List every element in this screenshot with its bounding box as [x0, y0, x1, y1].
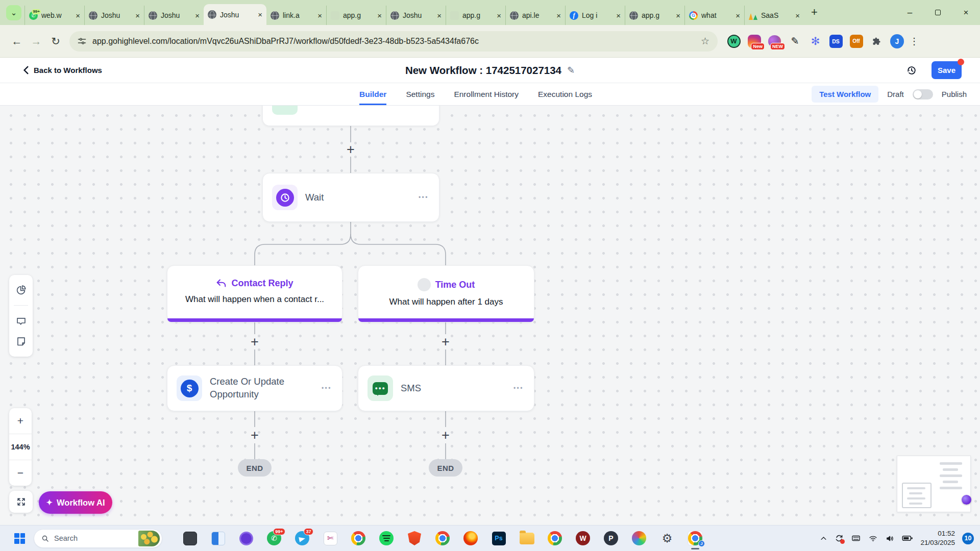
tab-close-icon[interactable]: × — [195, 12, 200, 19]
touch-keyboard-icon[interactable] — [851, 534, 861, 543]
fit-to-screen-button[interactable] — [9, 491, 33, 513]
app-reader-icon[interactable] — [210, 531, 226, 546]
workflow-canvas[interactable]: + + + + + Wait ••• Contact Reply What wi… — [0, 106, 980, 525]
tab-close-icon[interactable]: × — [317, 12, 322, 19]
app-loom-icon[interactable] — [238, 531, 254, 546]
trigger-node-partial[interactable] — [262, 106, 439, 126]
browser-tab[interactable]: Joshu × — [144, 6, 204, 25]
add-step-button[interactable]: + — [347, 143, 355, 157]
app-screenshot-tool-icon[interactable] — [182, 531, 198, 546]
tab-search-button[interactable]: ⌄ — [6, 5, 21, 20]
tab-close-icon[interactable]: × — [676, 12, 680, 19]
app-word-icon[interactable]: W — [575, 531, 591, 546]
browser-tab[interactable]: f Log i × — [565, 6, 625, 25]
notification-count-badge[interactable]: 10 — [962, 533, 974, 544]
extension-ds-icon[interactable]: DS — [829, 34, 843, 48]
sync-status-icon[interactable] — [835, 534, 844, 543]
save-button[interactable]: Save — [932, 61, 962, 79]
browser-tab[interactable]: Joshu × — [386, 6, 446, 25]
window-maximize-button[interactable] — [924, 0, 952, 25]
tab-close-icon[interactable]: × — [795, 12, 800, 19]
add-step-button[interactable]: + — [251, 429, 259, 442]
add-step-button[interactable]: + — [251, 335, 259, 349]
browser-tab[interactable]: api.le × — [505, 6, 565, 25]
edit-title-icon[interactable]: ✎ — [567, 65, 575, 76]
minimap-viewport[interactable] — [902, 483, 932, 508]
browser-tab[interactable]: app.g × — [446, 6, 505, 25]
browser-menu-icon[interactable]: ⋮ — [911, 34, 918, 48]
wifi-icon[interactable] — [868, 534, 878, 543]
zoom-in-button[interactable]: + — [9, 408, 32, 434]
app-media-icon[interactable] — [631, 531, 647, 546]
tab-builder[interactable]: Builder — [359, 83, 386, 105]
notes-icon[interactable] — [16, 336, 27, 347]
volume-icon[interactable] — [885, 534, 895, 543]
site-info-icon[interactable] — [78, 37, 86, 45]
tab-close-icon[interactable]: × — [736, 12, 740, 19]
tab-close-icon[interactable]: × — [616, 12, 621, 19]
window-minimize-button[interactable]: – — [896, 0, 924, 25]
reload-button[interactable]: ↻ — [46, 32, 65, 51]
tab-close-icon[interactable]: × — [76, 12, 80, 19]
extension-off-icon[interactable]: Off — [849, 34, 863, 48]
taskbar-clock[interactable]: 01:52 21/03/2025 — [920, 529, 955, 547]
back-to-workflows-link[interactable]: Back to Workflows — [22, 66, 102, 74]
app-firefox-icon[interactable] — [463, 531, 478, 546]
extension-ai-icon[interactable]: NEW — [768, 34, 781, 48]
wait-node[interactable]: Wait ••• — [262, 173, 439, 222]
app-p-icon[interactable]: P — [603, 531, 619, 546]
tab-close-icon[interactable]: × — [497, 12, 501, 19]
tab-enrollment-history[interactable]: Enrollment History — [454, 83, 519, 105]
forward-button[interactable]: → — [27, 32, 46, 51]
app-chrome-icon[interactable] — [351, 531, 366, 546]
extension-whatsapp-icon[interactable]: W — [727, 34, 741, 48]
extension-pen-icon[interactable]: ✎ — [788, 34, 802, 48]
node-menu-icon[interactable]: ••• — [513, 385, 524, 392]
sms-node[interactable]: ●●● SMS ••• — [358, 365, 534, 411]
app-chrome-icon[interactable] — [435, 531, 450, 546]
browser-tab[interactable]: SaaS × — [744, 6, 804, 25]
window-close-button[interactable]: × — [952, 0, 980, 25]
tab-close-icon[interactable]: × — [258, 11, 262, 18]
app-chrome-icon[interactable] — [547, 531, 562, 546]
app-telegram-icon[interactable]: 37 — [295, 531, 310, 546]
extension-flower-icon[interactable]: ✻ — [808, 34, 822, 48]
time-out-branch-node[interactable]: Time Out What will happen after 1 days — [358, 265, 534, 322]
browser-tab[interactable]: G what × — [684, 6, 744, 25]
node-menu-icon[interactable]: ••• — [322, 385, 332, 392]
tab-close-icon[interactable]: × — [135, 12, 140, 19]
app-settings-icon[interactable]: ⚙ — [659, 531, 675, 546]
app-chrome-active-icon[interactable]: J — [688, 531, 703, 546]
app-file-explorer-icon[interactable] — [519, 531, 534, 546]
browser-tab[interactable]: Joshu × — [84, 6, 144, 25]
node-menu-icon[interactable]: ••• — [419, 194, 429, 201]
browser-tab[interactable]: app.g × — [625, 6, 684, 25]
tab-close-icon[interactable]: × — [437, 12, 442, 19]
add-step-button[interactable]: + — [442, 429, 450, 442]
browser-tab[interactable]: ✆99+ web.w × — [24, 6, 84, 25]
tab-settings[interactable]: Settings — [406, 83, 434, 105]
version-history-icon[interactable] — [906, 65, 917, 76]
tab-close-icon[interactable]: × — [377, 12, 382, 19]
app-spotify-icon[interactable] — [379, 531, 394, 546]
contact-reply-branch-node[interactable]: Contact Reply What will happen when a co… — [167, 265, 342, 322]
publish-toggle[interactable] — [913, 89, 933, 99]
opportunity-node[interactable]: $ Create Or Update Opportunity ••• — [167, 365, 342, 411]
back-button[interactable]: ← — [7, 32, 27, 51]
extensions-puzzle-icon[interactable] — [870, 34, 884, 48]
app-whatsapp-icon[interactable]: ✆99+ — [266, 531, 282, 546]
app-photoshop-icon[interactable]: Ps — [491, 531, 506, 546]
address-bar[interactable]: app.gohighlevel.com/location/mVqvc26uASh… — [69, 31, 718, 52]
battery-icon[interactable] — [902, 534, 913, 542]
browser-tab[interactable]: app.g × — [326, 6, 386, 25]
bookmark-star-icon[interactable]: ☆ — [701, 35, 709, 47]
app-snipping-tool-icon[interactable]: ✄ — [323, 531, 338, 546]
workflow-minimap[interactable] — [897, 456, 971, 512]
stats-pie-icon[interactable] — [16, 285, 27, 295]
zoom-out-button[interactable]: − — [9, 460, 32, 486]
app-brave-icon[interactable] — [407, 531, 422, 546]
browser-tab-active[interactable]: Joshu × — [204, 4, 266, 25]
tab-close-icon[interactable]: × — [556, 12, 561, 19]
extension-instagram-icon[interactable]: New — [747, 34, 761, 48]
browser-tab[interactable]: link.a × — [266, 6, 326, 25]
